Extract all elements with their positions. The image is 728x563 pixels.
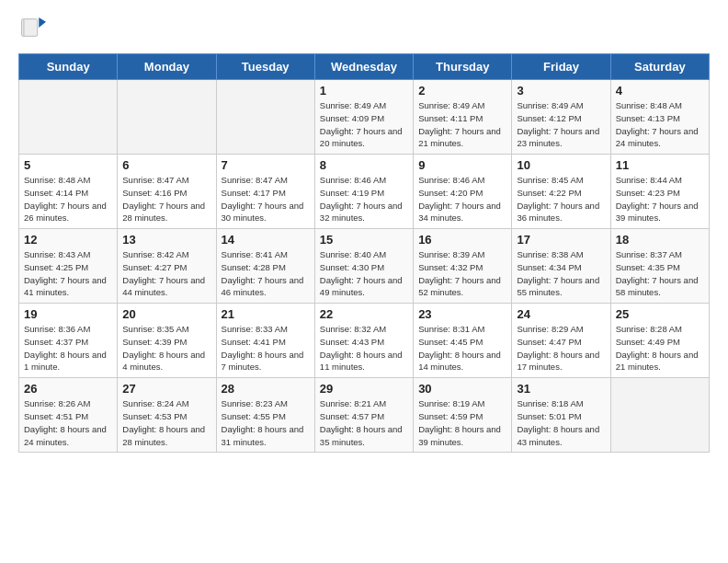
day-cell: 16Sunrise: 8:39 AM Sunset: 4:32 PM Dayli… (414, 229, 512, 304)
day-cell: 17Sunrise: 8:38 AM Sunset: 4:34 PM Dayli… (512, 229, 610, 304)
week-row-4: 19Sunrise: 8:36 AM Sunset: 4:37 PM Dayli… (19, 304, 710, 378)
day-info: Sunrise: 8:24 AM Sunset: 4:53 PM Dayligh… (122, 397, 210, 448)
day-info: Sunrise: 8:40 AM Sunset: 4:30 PM Dayligh… (320, 248, 408, 299)
week-row-2: 5Sunrise: 8:48 AM Sunset: 4:14 PM Daylig… (19, 155, 710, 229)
weekday-header-thursday: Thursday (414, 54, 512, 80)
day-info: Sunrise: 8:35 AM Sunset: 4:39 PM Dayligh… (122, 323, 210, 373)
calendar-table: SundayMondayTuesdayWednesdayThursdayFrid… (18, 53, 710, 453)
day-number: 14 (222, 233, 310, 247)
day-cell (118, 80, 216, 155)
day-info: Sunrise: 8:48 AM Sunset: 4:14 PM Dayligh… (24, 174, 112, 224)
day-number: 11 (616, 158, 704, 172)
svg-rect-1 (23, 19, 25, 37)
day-cell: 19Sunrise: 8:36 AM Sunset: 4:37 PM Dayli… (19, 304, 118, 378)
day-number: 3 (517, 84, 605, 98)
day-cell: 7Sunrise: 8:47 AM Sunset: 4:17 PM Daylig… (216, 155, 314, 229)
week-row-5: 26Sunrise: 8:26 AM Sunset: 4:51 PM Dayli… (19, 378, 710, 453)
day-cell: 2Sunrise: 8:49 AM Sunset: 4:11 PM Daylig… (414, 80, 512, 155)
day-cell: 14Sunrise: 8:41 AM Sunset: 4:28 PM Dayli… (216, 229, 314, 304)
day-info: Sunrise: 8:47 AM Sunset: 4:17 PM Dayligh… (222, 174, 310, 224)
day-cell: 31Sunrise: 8:18 AM Sunset: 5:01 PM Dayli… (512, 378, 610, 453)
day-info: Sunrise: 8:37 AM Sunset: 4:35 PM Dayligh… (616, 248, 704, 299)
day-info: Sunrise: 8:43 AM Sunset: 4:25 PM Dayligh… (24, 248, 112, 299)
day-number: 19 (24, 307, 112, 321)
day-number: 8 (320, 158, 408, 172)
day-number: 12 (24, 233, 112, 247)
day-cell: 27Sunrise: 8:24 AM Sunset: 4:53 PM Dayli… (118, 378, 216, 453)
day-info: Sunrise: 8:18 AM Sunset: 5:01 PM Dayligh… (517, 397, 605, 448)
day-number: 5 (24, 158, 112, 172)
day-number: 27 (122, 382, 210, 396)
day-number: 16 (418, 233, 506, 247)
day-cell: 8Sunrise: 8:46 AM Sunset: 4:19 PM Daylig… (314, 155, 413, 229)
day-cell: 25Sunrise: 8:28 AM Sunset: 4:49 PM Dayli… (610, 304, 709, 378)
day-number: 6 (122, 158, 210, 172)
day-info: Sunrise: 8:49 AM Sunset: 4:09 PM Dayligh… (320, 99, 408, 150)
weekday-header-friday: Friday (512, 54, 610, 80)
day-info: Sunrise: 8:23 AM Sunset: 4:55 PM Dayligh… (222, 397, 310, 448)
day-number: 29 (320, 382, 408, 396)
weekday-header-sunday: Sunday (19, 54, 118, 80)
day-info: Sunrise: 8:21 AM Sunset: 4:57 PM Dayligh… (320, 397, 408, 448)
day-info: Sunrise: 8:47 AM Sunset: 4:16 PM Dayligh… (122, 174, 210, 224)
day-cell: 5Sunrise: 8:48 AM Sunset: 4:14 PM Daylig… (19, 155, 118, 229)
day-cell (216, 80, 314, 155)
day-info: Sunrise: 8:39 AM Sunset: 4:32 PM Dayligh… (418, 248, 506, 299)
day-cell: 6Sunrise: 8:47 AM Sunset: 4:16 PM Daylig… (118, 155, 216, 229)
weekday-header-row: SundayMondayTuesdayWednesdayThursdayFrid… (19, 54, 710, 80)
day-cell (19, 80, 118, 155)
day-number: 10 (517, 158, 605, 172)
day-cell: 23Sunrise: 8:31 AM Sunset: 4:45 PM Dayli… (414, 304, 512, 378)
day-info: Sunrise: 8:31 AM Sunset: 4:45 PM Dayligh… (418, 323, 506, 373)
day-cell: 29Sunrise: 8:21 AM Sunset: 4:57 PM Dayli… (314, 378, 413, 453)
day-number: 24 (517, 307, 605, 321)
day-info: Sunrise: 8:48 AM Sunset: 4:13 PM Dayligh… (616, 99, 704, 150)
day-info: Sunrise: 8:49 AM Sunset: 4:12 PM Dayligh… (517, 99, 605, 150)
day-info: Sunrise: 8:28 AM Sunset: 4:49 PM Dayligh… (616, 323, 704, 373)
day-number: 4 (616, 84, 704, 98)
weekday-header-wednesday: Wednesday (314, 54, 413, 80)
day-info: Sunrise: 8:36 AM Sunset: 4:37 PM Dayligh… (24, 323, 112, 373)
day-cell: 13Sunrise: 8:42 AM Sunset: 4:27 PM Dayli… (118, 229, 216, 304)
day-number: 22 (320, 307, 408, 321)
day-info: Sunrise: 8:26 AM Sunset: 4:51 PM Dayligh… (24, 397, 112, 448)
weekday-header-monday: Monday (118, 54, 216, 80)
day-info: Sunrise: 8:46 AM Sunset: 4:19 PM Dayligh… (320, 174, 408, 224)
day-number: 30 (418, 382, 506, 396)
day-cell: 18Sunrise: 8:37 AM Sunset: 4:35 PM Dayli… (610, 229, 709, 304)
day-cell: 28Sunrise: 8:23 AM Sunset: 4:55 PM Dayli… (216, 378, 314, 453)
week-row-3: 12Sunrise: 8:43 AM Sunset: 4:25 PM Dayli… (19, 229, 710, 304)
weekday-header-tuesday: Tuesday (216, 54, 314, 80)
day-number: 13 (122, 233, 210, 247)
day-cell: 30Sunrise: 8:19 AM Sunset: 4:59 PM Dayli… (414, 378, 512, 453)
day-number: 31 (517, 382, 605, 396)
week-row-1: 1Sunrise: 8:49 AM Sunset: 4:09 PM Daylig… (19, 80, 710, 155)
day-number: 9 (418, 158, 506, 172)
day-info: Sunrise: 8:45 AM Sunset: 4:22 PM Dayligh… (517, 174, 605, 224)
page: SundayMondayTuesdayWednesdayThursdayFrid… (0, 0, 728, 467)
day-cell: 12Sunrise: 8:43 AM Sunset: 4:25 PM Dayli… (19, 229, 118, 304)
day-cell: 21Sunrise: 8:33 AM Sunset: 4:41 PM Dayli… (216, 304, 314, 378)
day-info: Sunrise: 8:32 AM Sunset: 4:43 PM Dayligh… (320, 323, 408, 373)
header (18, 15, 710, 44)
logo-icon (20, 15, 46, 40)
day-number: 18 (616, 233, 704, 247)
day-number: 23 (418, 307, 506, 321)
day-number: 7 (222, 158, 310, 172)
day-cell: 15Sunrise: 8:40 AM Sunset: 4:30 PM Dayli… (314, 229, 413, 304)
day-cell: 9Sunrise: 8:46 AM Sunset: 4:20 PM Daylig… (414, 155, 512, 229)
day-info: Sunrise: 8:41 AM Sunset: 4:28 PM Dayligh… (222, 248, 310, 299)
day-cell: 3Sunrise: 8:49 AM Sunset: 4:12 PM Daylig… (512, 80, 610, 155)
day-number: 28 (222, 382, 310, 396)
day-number: 17 (517, 233, 605, 247)
day-cell: 26Sunrise: 8:26 AM Sunset: 4:51 PM Dayli… (19, 378, 118, 453)
day-info: Sunrise: 8:38 AM Sunset: 4:34 PM Dayligh… (517, 248, 605, 299)
day-info: Sunrise: 8:33 AM Sunset: 4:41 PM Dayligh… (222, 323, 310, 373)
weekday-header-saturday: Saturday (610, 54, 709, 80)
day-cell: 20Sunrise: 8:35 AM Sunset: 4:39 PM Dayli… (118, 304, 216, 378)
day-info: Sunrise: 8:44 AM Sunset: 4:23 PM Dayligh… (616, 174, 704, 224)
day-cell: 4Sunrise: 8:48 AM Sunset: 4:13 PM Daylig… (610, 80, 709, 155)
day-info: Sunrise: 8:42 AM Sunset: 4:27 PM Dayligh… (122, 248, 210, 299)
day-info: Sunrise: 8:29 AM Sunset: 4:47 PM Dayligh… (517, 323, 605, 373)
day-number: 26 (24, 382, 112, 396)
